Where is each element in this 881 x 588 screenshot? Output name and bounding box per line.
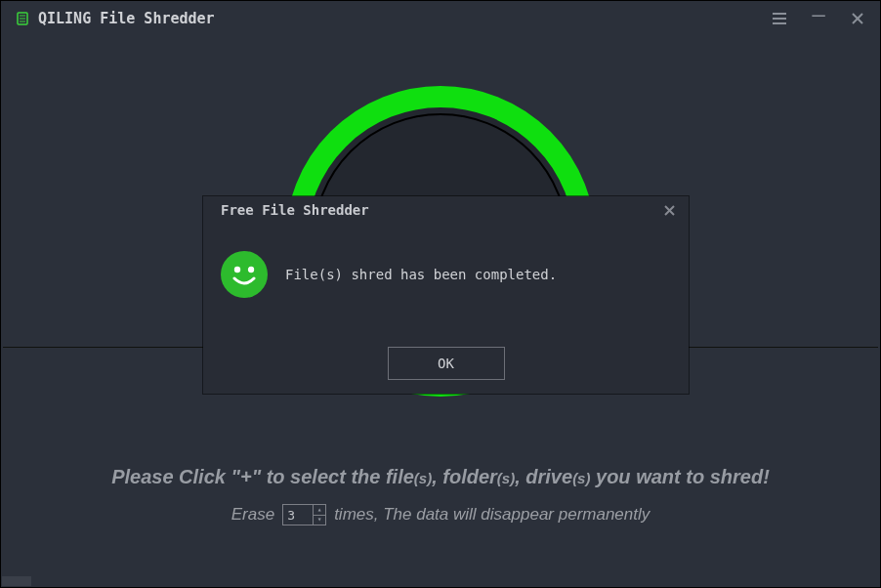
svg-point-15 (248, 267, 254, 273)
dialog-close-button[interactable] (661, 202, 677, 218)
page-indicator-active[interactable] (2, 576, 31, 586)
dialog-title: Free File Shredder (221, 202, 369, 218)
erase-settings: Erase ▴ ▾ times, The data will disappear… (1, 504, 880, 525)
menu-icon[interactable] (771, 10, 788, 27)
minimize-button[interactable]: — (810, 7, 827, 24)
erase-count-up[interactable]: ▴ (314, 505, 325, 516)
app-logo-icon (15, 11, 30, 26)
instruction-text: Please Click "+" to select the file(s), … (1, 466, 880, 488)
erase-count-input[interactable] (283, 505, 313, 525)
titlebar: QILING File Shredder — (1, 1, 880, 36)
erase-label-prefix: Erase (231, 505, 274, 525)
svg-point-14 (234, 267, 240, 273)
success-smiley-icon (221, 251, 268, 298)
close-button[interactable] (849, 10, 866, 27)
ok-button[interactable]: OK (388, 347, 505, 380)
app-title: QILING File Shredder (38, 10, 215, 27)
erase-count-input-wrap: ▴ ▾ (282, 504, 326, 525)
dialog-titlebar: Free File Shredder (203, 196, 689, 224)
completion-dialog: Free File Shredder File(s) shred has bee… (203, 196, 689, 394)
dialog-message: File(s) shred has been completed. (285, 267, 557, 282)
page-indicator-inactive[interactable] (31, 576, 61, 586)
erase-count-down[interactable]: ▾ (314, 516, 325, 525)
erase-label-suffix: times, The data will disappear permanent… (334, 505, 650, 525)
app-window: QILING File Shredder — (0, 0, 881, 588)
page-indicator (2, 576, 61, 586)
